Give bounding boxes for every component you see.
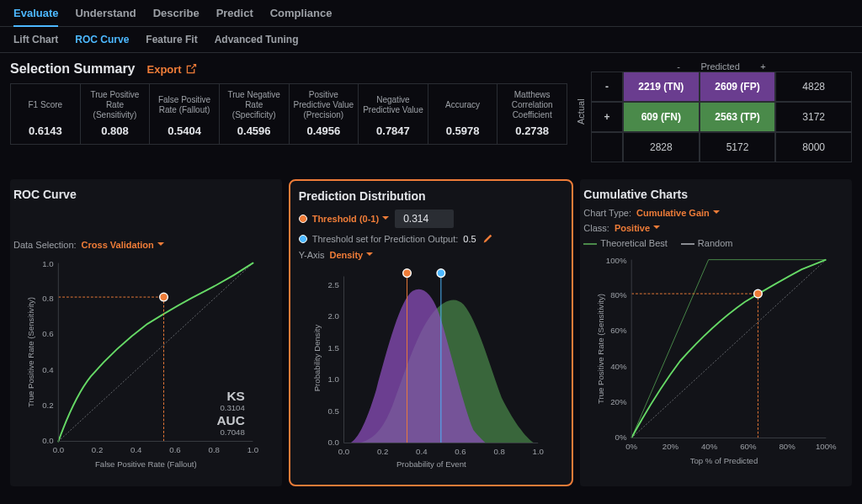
svg-text:20%: 20% bbox=[662, 442, 679, 451]
svg-text:0.6: 0.6 bbox=[169, 445, 180, 454]
chevron-down-icon bbox=[712, 208, 721, 216]
cell-rowpos-total: 3172 bbox=[775, 102, 852, 132]
svg-text:40%: 40% bbox=[611, 362, 628, 371]
metric-tnr: 0.4596 bbox=[223, 125, 285, 137]
threshold-marker[interactable] bbox=[402, 269, 411, 278]
threshold-dropdown[interactable]: Threshold (0-1) bbox=[312, 214, 391, 224]
svg-text:0%: 0% bbox=[626, 442, 638, 451]
distribution-panel: Prediction Distribution Threshold (0-1) … bbox=[289, 179, 574, 486]
class-dropdown[interactable]: Positive bbox=[615, 223, 661, 233]
svg-text:0.4: 0.4 bbox=[416, 447, 428, 456]
confusion-matrix: Actual - Predicted + - 2219 (TN) 2609 (F… bbox=[576, 61, 852, 162]
cumulative-panel: Cumulative Charts Chart Type: Cumulative… bbox=[580, 179, 852, 486]
output-threshold-dot-icon bbox=[299, 235, 307, 243]
chevron-down-icon bbox=[157, 240, 165, 248]
roc-threshold-point[interactable] bbox=[160, 293, 168, 301]
chevron-down-icon bbox=[365, 250, 374, 258]
svg-text:KS: KS bbox=[226, 389, 244, 403]
tab-describe[interactable]: Describe bbox=[153, 7, 200, 19]
export-icon bbox=[185, 63, 197, 75]
svg-line-41 bbox=[632, 260, 827, 438]
tab-predict[interactable]: Predict bbox=[216, 7, 253, 19]
roc-panel: ROC Curve Data Selection: Cross Validati… bbox=[10, 179, 282, 486]
cum-threshold-point[interactable] bbox=[754, 289, 763, 298]
svg-text:0.0: 0.0 bbox=[42, 436, 53, 445]
top-tabs: Evaluate Understand Describe Predict Com… bbox=[0, 0, 862, 27]
metric-f1: 0.6143 bbox=[14, 125, 77, 137]
output-threshold-marker[interactable] bbox=[437, 269, 445, 278]
charttype-dropdown[interactable]: Cumulative Gain bbox=[636, 208, 721, 218]
actual-axis: Actual bbox=[576, 61, 591, 162]
predicted-axis: Predicted bbox=[700, 61, 739, 72]
svg-text:1.0: 1.0 bbox=[247, 445, 258, 454]
cell-colneg-total: 2828 bbox=[623, 132, 700, 162]
svg-text:0.5: 0.5 bbox=[327, 406, 338, 416]
svg-text:Top % of Predicted: Top % of Predicted bbox=[690, 456, 758, 465]
svg-text:20%: 20% bbox=[611, 397, 628, 406]
svg-text:Probability Density: Probability Density bbox=[311, 325, 321, 392]
svg-text:0.7048: 0.7048 bbox=[220, 427, 244, 437]
svg-text:0.6: 0.6 bbox=[42, 329, 53, 338]
metric-fpr: 0.5404 bbox=[153, 125, 216, 137]
cell-tn: 2219 (TN) bbox=[623, 72, 700, 102]
cell-grand-total: 8000 bbox=[775, 132, 852, 162]
svg-text:0.8: 0.8 bbox=[493, 447, 504, 456]
svg-text:80%: 80% bbox=[611, 290, 628, 300]
data-selection-dropdown[interactable]: Cross Validation bbox=[82, 240, 165, 250]
edit-icon[interactable] bbox=[482, 233, 493, 245]
metric-mcc: 0.2738 bbox=[501, 125, 563, 137]
svg-text:1.0: 1.0 bbox=[42, 259, 53, 268]
distribution-chart[interactable]: 0.00.51.01.52.02.5 0.00.20.40.60.81.0 Pr… bbox=[299, 265, 564, 474]
svg-text:60%: 60% bbox=[611, 326, 628, 335]
threshold-dot-icon bbox=[299, 215, 307, 223]
svg-text:0.6: 0.6 bbox=[455, 447, 466, 456]
cumulative-legend: Theoretical Best Random bbox=[583, 238, 849, 248]
svg-text:False Positive Rate (Fallout): False Positive Rate (Fallout) bbox=[95, 459, 197, 469]
svg-text:Probability of Event: Probability of Event bbox=[396, 459, 466, 469]
svg-text:1.0: 1.0 bbox=[532, 447, 543, 456]
svg-text:100%: 100% bbox=[816, 442, 837, 451]
subtab-advtuning[interactable]: Advanced Tuning bbox=[215, 34, 299, 45]
export-button[interactable]: Export bbox=[147, 63, 197, 76]
svg-text:0.0: 0.0 bbox=[338, 447, 349, 456]
selection-title: Selection Summary bbox=[10, 61, 136, 77]
tab-understand[interactable]: Understand bbox=[75, 7, 136, 19]
svg-text:AUC: AUC bbox=[216, 413, 244, 427]
svg-text:True Positive Rate (Sensitivit: True Positive Rate (Sensitivity) bbox=[597, 294, 606, 404]
threshold-input[interactable] bbox=[395, 210, 454, 228]
cell-colpos-total: 5172 bbox=[700, 132, 776, 162]
subtab-liftchart[interactable]: Lift Chart bbox=[13, 34, 58, 45]
metric-npv: 0.7847 bbox=[362, 125, 424, 137]
chevron-down-icon bbox=[652, 223, 661, 231]
svg-text:1.5: 1.5 bbox=[327, 343, 338, 353]
svg-text:1.0: 1.0 bbox=[327, 374, 338, 384]
svg-text:2.5: 2.5 bbox=[327, 280, 338, 289]
roc-chart[interactable]: KS 0.3104 AUC 0.7048 0.00.20.40.60.81.0 … bbox=[13, 255, 279, 474]
sub-tabs: Lift Chart ROC Curve Feature Fit Advance… bbox=[0, 27, 862, 53]
tab-evaluate[interactable]: Evaluate bbox=[13, 7, 58, 27]
cell-fp: 2609 (FP) bbox=[700, 72, 776, 102]
svg-text:0.2: 0.2 bbox=[42, 401, 53, 410]
cell-tp: 2563 (TP) bbox=[700, 102, 776, 132]
svg-text:80%: 80% bbox=[780, 442, 796, 451]
metric-tpr: 0.808 bbox=[84, 125, 146, 137]
yaxis-dropdown[interactable]: Density bbox=[329, 250, 374, 260]
svg-text:0.2: 0.2 bbox=[377, 447, 388, 456]
cell-rowneg-total: 4828 bbox=[775, 72, 852, 102]
svg-text:True Positive Rate (Sensitivit: True Positive Rate (Sensitivity) bbox=[26, 297, 35, 407]
svg-text:0.4: 0.4 bbox=[130, 445, 142, 454]
metric-ppv: 0.4956 bbox=[293, 125, 355, 137]
tab-compliance[interactable]: Compliance bbox=[270, 7, 333, 19]
svg-text:0.8: 0.8 bbox=[42, 294, 53, 303]
cumulative-chart[interactable]: 0%20%40%60%80%100% 0%20%40%60%80%100% To… bbox=[583, 252, 849, 470]
chevron-down-icon bbox=[381, 214, 390, 222]
cell-fn: 609 (FN) bbox=[623, 102, 700, 132]
svg-text:0.0: 0.0 bbox=[53, 445, 64, 454]
dist-title: Prediction Distribution bbox=[299, 189, 564, 203]
svg-text:0.4: 0.4 bbox=[42, 365, 54, 374]
subtab-roccurve[interactable]: ROC Curve bbox=[75, 34, 129, 45]
subtab-featurefit[interactable]: Feature Fit bbox=[146, 34, 197, 45]
svg-text:2.0: 2.0 bbox=[327, 311, 338, 321]
metric-acc: 0.5978 bbox=[432, 125, 494, 137]
svg-text:0.3104: 0.3104 bbox=[220, 403, 245, 412]
